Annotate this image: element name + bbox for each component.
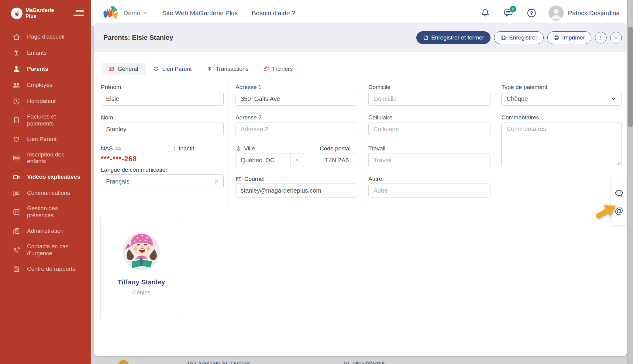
inactif-label: Inactif bbox=[179, 145, 194, 152]
background-list-row: 153 Adelaide St, Québec elley@forthit bbox=[94, 359, 627, 364]
section-divider bbox=[100, 209, 620, 209]
clock-icon bbox=[12, 97, 20, 105]
code-postal-label: Code postal bbox=[320, 145, 350, 152]
sidebar-item-factures[interactable]: $ Factures et paiements bbox=[0, 109, 91, 131]
commentaires-textarea[interactable] bbox=[501, 122, 622, 167]
adresse2-label: Adresse 2 bbox=[236, 114, 262, 121]
column-divider bbox=[229, 82, 229, 207]
autre-label: Autre bbox=[368, 176, 382, 182]
ville-clear-button[interactable] bbox=[290, 153, 304, 167]
employees-icon bbox=[12, 81, 20, 89]
form-col-address: Adresse 1 Adresse 2 Ville Code postal Co… bbox=[236, 0, 357, 213]
child-name[interactable]: Tiffany Stanley bbox=[101, 278, 182, 286]
sidebar-item-communications[interactable]: Communications bbox=[0, 185, 91, 201]
autre-input[interactable] bbox=[368, 184, 490, 197]
map-pin-icon bbox=[236, 146, 242, 152]
sidebar-item-contacts-urgence[interactable]: Contacts en cas d'urgence bbox=[0, 239, 91, 261]
commentaires-label: Commentaires bbox=[501, 114, 539, 121]
adresse1-label: Adresse 1 bbox=[236, 84, 262, 91]
sidebar-item-rapports[interactable]: Centre de rapports bbox=[0, 261, 91, 277]
phone-icon bbox=[12, 246, 20, 254]
row-avatar bbox=[118, 360, 129, 364]
courriel-input[interactable] bbox=[236, 184, 357, 197]
travail-input[interactable] bbox=[368, 153, 490, 167]
sidebar-toggle-icon[interactable] bbox=[72, 9, 85, 17]
sidebar-item-parents[interactable]: Parents bbox=[0, 61, 91, 77]
domicile-label: Domicile bbox=[368, 84, 390, 91]
sidebar-brand: MaGarderie Plus bbox=[0, 0, 91, 22]
nas-masked-value: ***-***-268 bbox=[101, 155, 137, 163]
travail-label: Travail bbox=[368, 145, 385, 152]
invoice-icon: $ bbox=[12, 116, 20, 124]
prenom-label: Prénom bbox=[101, 84, 121, 91]
chat-icon bbox=[12, 189, 20, 197]
checklist-icon bbox=[12, 208, 20, 216]
inactif-checkbox[interactable] bbox=[168, 145, 175, 152]
sidebar-item-inscription[interactable]: Inscription des enfants bbox=[0, 147, 91, 169]
nom-label: Nom bbox=[101, 114, 113, 121]
langue-label: Langue de communication bbox=[101, 167, 169, 173]
sidebar-item-enfants[interactable]: Enfants bbox=[0, 45, 91, 61]
form-col-identity: Prénom Nom NAS Inactif ***-***-268 Langu… bbox=[101, 0, 224, 213]
comments-bubble-icon[interactable] bbox=[614, 188, 624, 198]
clear-x-icon bbox=[214, 179, 219, 184]
report-icon bbox=[12, 265, 20, 273]
row-address: 153 Adelaide St, Québec bbox=[187, 360, 251, 364]
annotation-arrow-icon bbox=[592, 198, 622, 222]
ville-input[interactable] bbox=[236, 153, 290, 167]
app-root: MaGarderie Plus Page d'accueil Enfants P… bbox=[0, 0, 633, 364]
sidebar: MaGarderie Plus Page d'accueil Enfants P… bbox=[0, 0, 91, 364]
id-card-icon bbox=[12, 154, 20, 162]
chevron-down-icon bbox=[611, 96, 617, 102]
column-divider bbox=[495, 82, 495, 207]
langue-clear-button[interactable] bbox=[210, 174, 224, 188]
prenom-input[interactable] bbox=[101, 92, 224, 106]
code-postal-input[interactable] bbox=[320, 153, 357, 167]
sidebar-item-employes[interactable]: Employés bbox=[0, 77, 91, 93]
form-col-payment: Type de paiement Chèque Commentaires bbox=[501, 0, 622, 213]
child-group: Génies bbox=[101, 289, 182, 296]
sidebar-nav: Page d'accueil Enfants Parents Employés … bbox=[0, 29, 91, 277]
brand-hands-icon bbox=[11, 8, 22, 19]
clear-x-icon bbox=[295, 158, 300, 163]
domicile-input[interactable] bbox=[368, 92, 490, 106]
sidebar-item-lien-parent[interactable]: Lien Parent bbox=[0, 131, 91, 147]
child-card-tiffany[interactable]: Tiffany Stanley Génies bbox=[100, 216, 182, 320]
svg-text:$: $ bbox=[15, 118, 17, 121]
courriel-label: Courriel bbox=[236, 176, 265, 182]
brand-name: MaGarderie Plus bbox=[26, 7, 54, 19]
form-col-phones: Domicile Cellulaire Travail Autre bbox=[368, 0, 490, 213]
sidebar-item-administration[interactable]: Administration bbox=[0, 223, 91, 239]
heart-icon bbox=[12, 135, 20, 143]
scrollbar-thumb[interactable] bbox=[628, 27, 633, 127]
child-icon bbox=[12, 49, 20, 57]
page-scrollbar[interactable] bbox=[627, 0, 633, 364]
sidebar-item-videos[interactable]: Vidéos explicatives bbox=[0, 169, 91, 185]
eye-icon[interactable] bbox=[115, 145, 122, 152]
cellulaire-input[interactable] bbox=[368, 122, 490, 136]
nas-label: NAS bbox=[101, 145, 122, 152]
parent-icon bbox=[12, 65, 20, 73]
ville-label: Ville bbox=[236, 145, 255, 152]
sidebar-item-presences[interactable]: Gestion des présences bbox=[0, 201, 91, 223]
envelope-icon bbox=[236, 176, 242, 182]
column-divider bbox=[362, 82, 362, 207]
nom-input[interactable] bbox=[101, 122, 224, 136]
video-icon bbox=[12, 173, 20, 181]
building-icon bbox=[12, 227, 20, 235]
sidebar-item-page-accueil[interactable]: Page d'accueil bbox=[0, 29, 91, 45]
home-icon bbox=[12, 33, 20, 41]
child-avatar-illustration bbox=[117, 225, 166, 273]
type-paiement-select[interactable]: Chèque bbox=[501, 92, 622, 106]
envelope-icon bbox=[343, 361, 349, 364]
row-email: elley@forthit bbox=[343, 360, 385, 364]
adresse1-input[interactable] bbox=[236, 92, 357, 106]
sidebar-item-horodateur[interactable]: Horodateur bbox=[0, 93, 91, 109]
cellulaire-label: Cellulaire bbox=[368, 114, 392, 121]
langue-input[interactable] bbox=[101, 174, 210, 188]
type-paiement-label: Type de paiement bbox=[501, 84, 547, 91]
adresse2-input[interactable] bbox=[236, 122, 357, 136]
